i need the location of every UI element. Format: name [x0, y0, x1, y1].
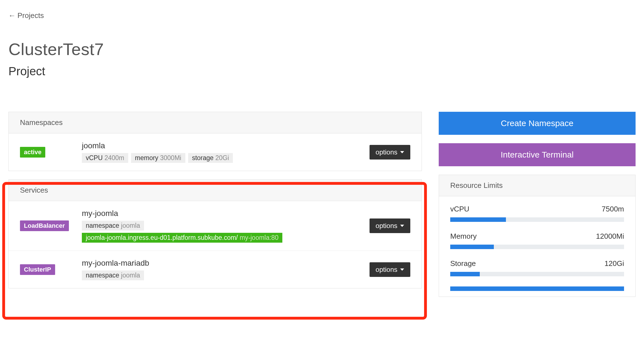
limit-bar	[450, 245, 624, 249]
page-subtitle: Project	[8, 65, 636, 78]
caret-down-icon	[400, 151, 404, 153]
namespace-options-button[interactable]: options	[370, 145, 410, 160]
arrow-left-icon: ←	[8, 11, 16, 20]
back-to-projects-link[interactable]: ← Projects	[8, 11, 44, 20]
namespace-row: active joomla vCPU 2400m memory 3000Mi	[9, 133, 422, 171]
status-badge: active	[20, 147, 45, 158]
page-title: ClusterTest7	[8, 40, 636, 59]
service-name[interactable]: my-joomla-mariadb	[82, 259, 361, 268]
limit-row-storage: Storage 120Gi	[450, 259, 624, 276]
namespaces-panel: Namespaces active joomla vCPU 2400m	[8, 112, 422, 171]
limit-row-vcpu: vCPU 7500m	[450, 205, 624, 222]
back-label: Projects	[17, 11, 44, 20]
namespaces-heading: Namespaces	[9, 112, 422, 133]
interactive-terminal-button[interactable]: Interactive Terminal	[439, 143, 636, 166]
service-type-badge: ClusterIP	[20, 264, 55, 275]
resource-chip-memory: memory 3000Mi	[131, 153, 185, 163]
limit-label: Memory	[450, 232, 477, 241]
services-heading: Services	[9, 180, 422, 201]
service-options-button[interactable]: options	[370, 262, 410, 277]
limit-value: 120Gi	[605, 259, 624, 268]
resource-chip-storage: storage 20Gi	[188, 153, 233, 163]
namespace-name[interactable]: joomla	[82, 141, 361, 150]
limit-label: Storage	[450, 259, 476, 268]
service-row: LoadBalancer my-joomla namespace joomla	[9, 201, 422, 251]
limit-row-memory: Memory 12000Mi	[450, 232, 624, 249]
services-panel: Services LoadBalancer my-joomla namespac…	[8, 179, 422, 288]
resource-limits-panel: Resource Limits vCPU 7500m Memory 12000M…	[439, 175, 636, 297]
service-options-button[interactable]: options	[370, 218, 410, 233]
limit-bar	[450, 272, 624, 276]
service-name[interactable]: my-joomla	[82, 209, 361, 218]
service-type-badge: LoadBalancer	[20, 220, 69, 231]
create-namespace-button[interactable]: Create Namespace	[439, 112, 636, 135]
limit-value: 7500m	[602, 205, 624, 213]
resource-chip-vcpu: vCPU 2400m	[82, 153, 128, 163]
caret-down-icon	[400, 268, 404, 271]
service-namespace-chip: namespace joomla	[82, 270, 144, 280]
service-namespace-chip: namespace joomla	[82, 221, 144, 231]
caret-down-icon	[400, 225, 404, 227]
limit-bar	[450, 217, 624, 222]
service-ingress-chip[interactable]: joomla-joomla.ingress.eu-d01.platform.su…	[82, 233, 282, 243]
limit-label: vCPU	[450, 205, 469, 213]
limit-bar-extra	[450, 286, 624, 291]
resource-limits-heading: Resource Limits	[439, 175, 635, 196]
limit-value: 12000Mi	[596, 232, 624, 241]
service-row: ClusterIP my-joomla-mariadb namespace jo…	[9, 251, 422, 288]
